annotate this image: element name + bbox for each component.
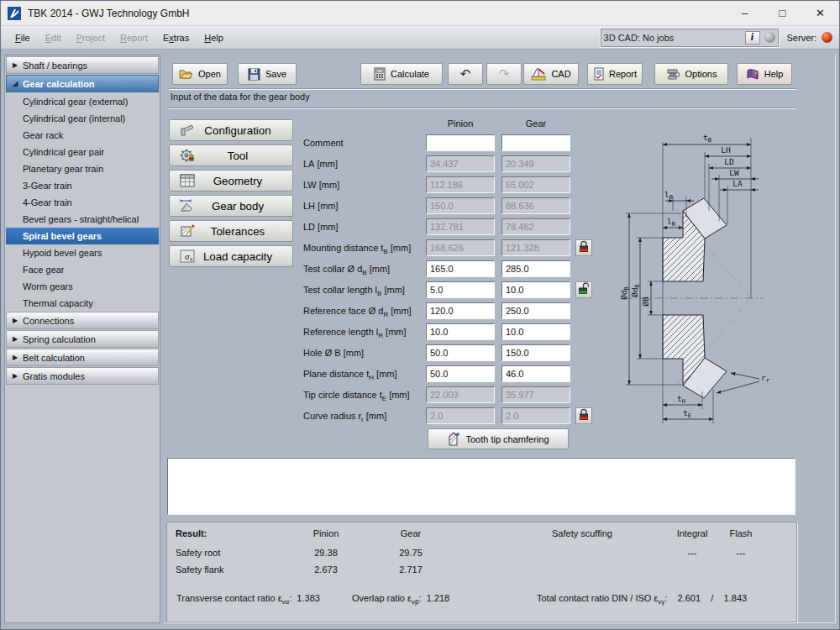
mounting-distance-t-b-gear-input: [501, 239, 570, 256]
lock-open-button-test-collar-length-l-b[interactable]: [575, 281, 592, 298]
test-collar-d-b-gear-input[interactable]: [501, 260, 570, 277]
sidebar-item-cylindrical-gear-pair[interactable]: Cylindrical gear pair: [6, 144, 159, 160]
sidebar-item-4-gear-train[interactable]: 4-Gear train: [6, 194, 159, 211]
tool-icon: [175, 148, 200, 163]
tooth-tip-chamfering-button[interactable]: Tooth tip chamfering: [428, 428, 569, 449]
sidebar-item-cylindrical-gear-external-[interactable]: Cylindrical gear (external): [6, 93, 159, 110]
reference-length-l-r-gear-input[interactable]: [501, 323, 570, 340]
geometry-icon: [175, 173, 200, 188]
sidebar-item-thermal-capacity[interactable]: Thermal capacity: [6, 295, 159, 312]
undo-button[interactable]: ↶: [448, 63, 483, 85]
cad-info-button[interactable]: i: [745, 31, 760, 45]
comment-pinion-input[interactable]: [426, 134, 495, 151]
sidebar-item-spiral-bevel-gears[interactable]: Spiral bevel gears: [6, 228, 159, 244]
label-curve-radius-r-r: Curve radius rr [mm]: [303, 407, 386, 424]
sidebar: ▶Shaft / bearings◢Gear calculationCylind…: [4, 55, 160, 623]
dim-lR: lR: [667, 217, 676, 228]
sidebar-item-hypoid-bevel-gears[interactable]: Hypoid bevel gears: [6, 244, 159, 261]
result-col-pinion: Pinion: [301, 528, 351, 538]
save-button[interactable]: Save: [238, 63, 297, 85]
sidebar-section-gear-calculation[interactable]: ◢Gear calculation: [6, 75, 159, 92]
dim-lB: lB: [664, 190, 673, 201]
ld-pinion-input: [426, 218, 495, 235]
maximize-icon: □: [780, 7, 786, 19]
test-collar-length-l-b-pinion-input[interactable]: [426, 281, 495, 298]
tab-load-capacity-button[interactable]: σxLoad capacity: [169, 245, 293, 267]
sidebar-item-face-gear[interactable]: Face gear: [6, 261, 159, 278]
dim-LH: LH: [721, 145, 731, 155]
label-la: LA [mm]: [303, 155, 338, 172]
curve-radius-r-r-pinion-input: [426, 407, 495, 424]
plane-distance-t-h-pinion-input[interactable]: [426, 365, 495, 382]
sidebar-section-shaft-bearings[interactable]: ▶Shaft / bearings: [6, 56, 159, 74]
sidebar-section-belt-calculation[interactable]: ▶Belt calculation: [6, 349, 159, 366]
tab-gear-body-button[interactable]: Gear body: [169, 195, 293, 217]
tab-geometry-button[interactable]: Geometry: [169, 170, 293, 192]
maximize-button[interactable]: □: [764, 1, 801, 26]
sidebar-item-worm-gears[interactable]: Worm gears: [6, 278, 159, 295]
cad-button[interactable]: CAD: [523, 63, 579, 85]
tolerances-icon: [175, 223, 200, 239]
menu-item-extras[interactable]: Extras: [163, 33, 189, 43]
open-button[interactable]: Open: [172, 63, 228, 85]
test-collar-d-b-pinion-input[interactable]: [426, 260, 495, 277]
cad-status-text: 3D CAD: No jobs: [604, 33, 745, 43]
test-collar-length-l-b-gear-input[interactable]: [501, 281, 570, 298]
reference-length-l-r-pinion-input[interactable]: [426, 323, 495, 340]
hole-b-gear-input[interactable]: [501, 344, 570, 361]
options-button[interactable]: Options: [654, 63, 728, 85]
comment-gear-input[interactable]: [501, 134, 570, 151]
hole-b-pinion-input[interactable]: [426, 344, 495, 361]
sidebar-section-spring-calculation[interactable]: ▶Spring calculation: [6, 330, 159, 348]
minimize-icon: –: [742, 7, 748, 19]
sidebar-item-bevel-gears-straight-helical[interactable]: Bevel gears - straight/helical: [6, 211, 159, 228]
collapsed-triangle-icon: ▶: [13, 61, 23, 69]
dim-B: ØB: [641, 297, 650, 307]
cad-label: CAD: [551, 69, 570, 79]
plane-distance-t-h-gear-input[interactable]: [501, 365, 570, 382]
chamfer-icon: [447, 432, 460, 446]
configuration-icon: [175, 123, 200, 138]
lock-closed-button-curve-radius-r-r[interactable]: [575, 407, 592, 424]
minimize-button[interactable]: –: [726, 1, 764, 26]
tab-tolerances-button[interactable]: Tolerances: [169, 220, 293, 242]
save-label: Save: [265, 69, 286, 79]
safety-flank-label: Safety flank: [176, 564, 223, 575]
app-window: TBK 2014 - GWJ Technology GmbH – □ ✕ Fil…: [0, 0, 840, 630]
menu-items: FileEditProjectReportExtrasHelp: [8, 33, 231, 43]
reference-face-d-r-pinion-input[interactable]: [426, 302, 495, 319]
menu-item-help[interactable]: Help: [204, 33, 223, 43]
menu-item-file[interactable]: File: [15, 33, 30, 43]
report-button[interactable]: Report: [587, 63, 643, 85]
redo-button[interactable]: ↷: [486, 63, 522, 85]
cad-status-indicator: [764, 32, 775, 43]
safety-root-pinion: 29.38: [301, 548, 351, 558]
chamfer-label: Tooth tip chamfering: [465, 434, 549, 444]
result-col-flash: Flash: [716, 528, 766, 538]
label-reference-length-l-r: Reference length lR [mm]: [303, 323, 407, 340]
ld-gear-input: [501, 218, 570, 235]
safety-flank-gear: 2.717: [386, 564, 436, 575]
tip-circle-distance-t-e-pinion-input: [426, 386, 495, 403]
sidebar-section-gratis-modules[interactable]: ▶Gratis modules: [6, 367, 159, 385]
server-status: Server:: [787, 32, 832, 43]
lh-gear-input: [501, 197, 570, 214]
reference-face-d-r-gear-input[interactable]: [501, 302, 570, 319]
calculate-button[interactable]: Calculate: [360, 63, 443, 85]
lh-pinion-input: [426, 197, 495, 214]
help-button[interactable]: ? Help: [737, 63, 792, 85]
tab-configuration-button[interactable]: Configuration: [169, 119, 293, 141]
content-panel: Open Save Calculate ↶: [164, 55, 836, 623]
calculate-label: Calculate: [391, 69, 429, 79]
server-label: Server:: [787, 33, 816, 43]
sidebar-section-label: Spring calculation: [23, 334, 96, 344]
sidebar-item-gear-rack[interactable]: Gear rack: [6, 127, 159, 144]
overlap-ratio: Overlap ratio εvβ: 1.218: [352, 593, 449, 606]
close-button[interactable]: ✕: [801, 1, 839, 26]
lock-closed-button-mounting-distance-t-b[interactable]: [575, 239, 592, 256]
sidebar-item-3-gear-train[interactable]: 3-Gear train: [6, 177, 159, 194]
sidebar-item-planetary-gear-train[interactable]: Planetary gear train: [6, 160, 159, 177]
tab-tool-button[interactable]: Tool: [169, 144, 293, 166]
sidebar-section-connections[interactable]: ▶Connections: [6, 312, 159, 329]
sidebar-item-cylindrical-gear-internal-[interactable]: Cylindrical gear (internal): [6, 110, 159, 127]
